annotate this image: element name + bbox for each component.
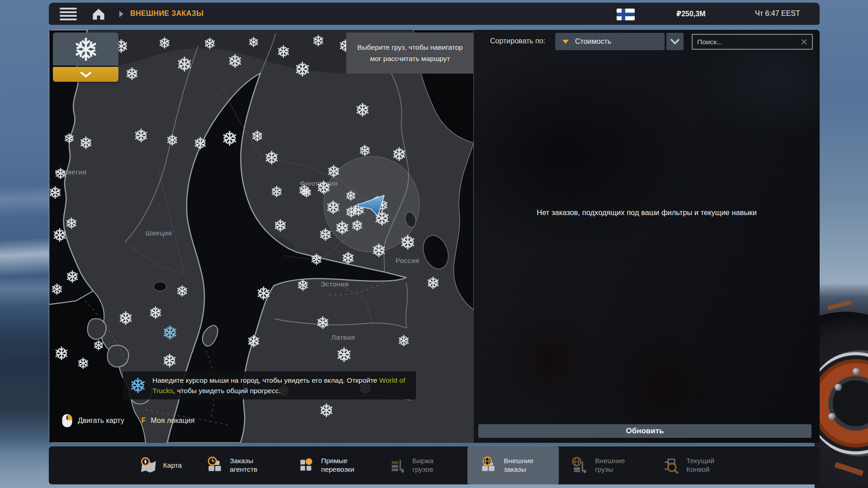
world-map[interactable]: НорвегияШвецияФинляндияРоссияЭстонияЛатв… [49,30,474,443]
event-hint-text: Наведите курсор мыши на город, чтобы уви… [152,376,379,384]
finland-flag-icon[interactable] [617,9,635,20]
icon-ext-cargo [571,456,590,475]
icon-ext-orders [479,456,498,475]
money-balance: ₽250,3M [676,9,706,18]
icon-market [388,456,407,475]
nav-item-ext-cargo[interactable]: Внешние грузы [559,446,650,484]
wheel-lug-nut [853,368,860,375]
truck-scene-right [815,0,868,488]
home-icon[interactable] [90,7,107,21]
route-hint-tooltip: Выберите груз, чтобы навигатор мог рассч… [346,33,474,74]
chevron-down-icon [670,39,679,44]
keybind-f: F [142,417,146,425]
nav-item-agency[interactable]: Заказы агентств [193,446,285,484]
clear-search-icon[interactable]: ✕ [796,38,812,47]
icon-map [139,456,158,475]
nav-item-label: Биржа грузов [412,457,456,474]
my-location-label: Моя локация [151,417,195,425]
nav-item-label: Карта [163,461,182,470]
sort-direction-icon [562,40,569,44]
search-input[interactable] [693,38,796,46]
chevron-down-icon [80,71,92,78]
wheel-lug-nut [835,384,842,391]
truck-wheel-rim [815,350,868,456]
winter-event-filter-button[interactable] [53,33,118,66]
map-country-label: Эстония [321,280,349,288]
panel-header: Сортировать по: Стоимость ✕ [474,33,820,51]
event-snowflake-icon [130,378,146,393]
filter-expand-button[interactable] [53,67,118,82]
refresh-button[interactable]: Обновить [478,424,811,438]
nav-item-quick[interactable]: Прямые перевозки [285,446,376,484]
external-contracts-window: НорвегияШвецияФинляндияРоссияЭстонияЛатв… [49,30,820,443]
lake-vanern [154,282,166,291]
icon-agency [205,456,224,475]
map-country-label: Латвия [331,333,355,341]
icon-quick [297,456,316,475]
nav-items: Карта Заказы агентств Прямые перевозки Б… [127,446,741,484]
orders-panel: Сортировать по: Стоимость ✕ Нет заказов,… [474,30,820,443]
nav-item-label: Заказы агентств [230,457,273,474]
map-controls-legend: Двигать карту F Моя локация [61,412,194,429]
empty-message: Нет заказов, подходящих под ваши фильтры… [525,207,769,219]
map-country-label: Россия [396,257,420,264]
tire-brand-marking [827,300,852,310]
bottom-nav: Карта Заказы агентств Прямые перевозки Б… [49,446,820,484]
top-bar: ВНЕШНИЕ ЗАКАЗЫ ₽250,3M Чт 6:47 EEST [49,3,820,25]
sort-value: Стоимость [575,38,611,46]
map-country-label: Швеция [146,229,172,237]
main-menu-button[interactable] [60,8,77,20]
game-time: Чт 6:47 EEST [755,9,800,18]
snowflake-icon [73,36,99,62]
search-box: ✕ [692,34,813,50]
nav-item-ext-orders[interactable]: Внешние заказы [467,446,559,484]
nav-item-label: Прямые перевозки [321,457,364,474]
event-hint-text: , чтобы увидеть общий прогресс. [173,387,281,394]
breadcrumb: ВНЕШНИЕ ЗАКАЗЫ [130,9,203,18]
map-country-label: Финляндия [300,179,338,187]
nav-item-market[interactable]: Биржа грузов [376,446,467,484]
sort-expand-button[interactable] [666,33,684,50]
icon-convoy [662,456,681,475]
nav-item-convoy[interactable]: Текущий Конвой [650,446,741,484]
breadcrumb-chevron-icon [119,11,123,17]
nav-item-label: Внешние заказы [504,457,547,474]
nav-item-label: Внешние грузы [595,457,638,474]
event-hint-tooltip: Наведите курсор мыши на город, чтобы уви… [123,371,416,399]
mouse-drag-icon [61,413,73,428]
sort-by-label: Сортировать по: [490,37,545,45]
drag-map-label: Двигать карту [78,417,124,425]
wheel-lug-nut [828,413,835,420]
nav-item-map[interactable]: Карта [127,446,193,484]
nav-item-label: Текущий Конвой [686,457,730,474]
sort-dropdown[interactable]: Стоимость [555,33,665,50]
